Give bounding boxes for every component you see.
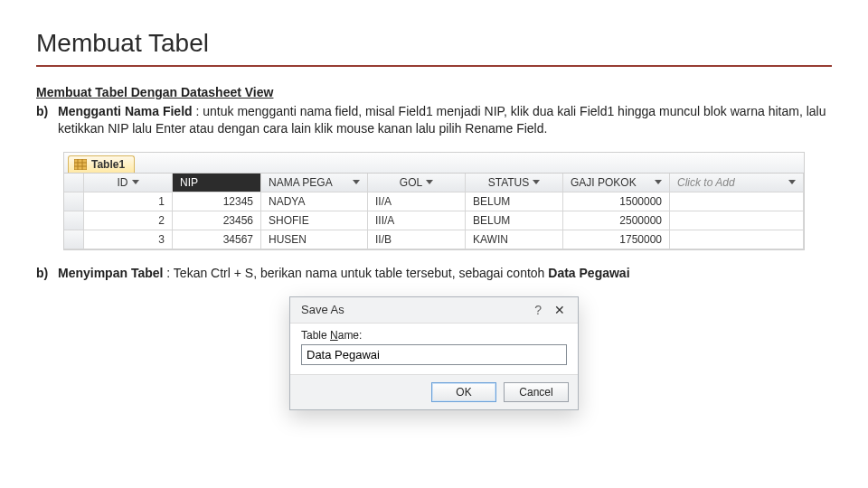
col-header-status[interactable]: STATUS: [466, 174, 563, 192]
cell-status[interactable]: KAWIN: [466, 230, 563, 249]
cell-gol[interactable]: II/B: [368, 230, 466, 249]
dialog-title-text: Save As: [301, 303, 344, 316]
col-header-add[interactable]: Click to Add: [670, 174, 804, 192]
cell-id[interactable]: 2: [84, 211, 173, 230]
cell-gaji[interactable]: 1750000: [563, 230, 670, 249]
bullet-letter: b): [36, 103, 58, 137]
col-header-id[interactable]: ID: [84, 174, 173, 192]
cell-status[interactable]: BELUM: [466, 211, 563, 230]
bullet-item-2: b) Menyimpan Tabel : Tekan Ctrl + S, ber…: [36, 265, 832, 282]
page-title: Membuat Tabel: [36, 29, 832, 58]
cell-nama[interactable]: SHOFIE: [261, 211, 368, 230]
row-selector[interactable]: [64, 192, 84, 211]
bullet-mid: : Tekan Ctrl + S, berikan nama untuk tab…: [163, 266, 548, 280]
col-header-nama[interactable]: NAMA PEGA: [261, 174, 368, 192]
col-header-nip[interactable]: NIP: [173, 174, 261, 192]
cell-id[interactable]: 1: [84, 192, 173, 211]
bullet-lead: Menyimpan Tabel: [58, 266, 163, 280]
title-divider: [36, 65, 832, 67]
dropdown-icon: [655, 180, 662, 184]
cell-nama[interactable]: HUSEN: [261, 230, 368, 249]
dropdown-icon: [132, 180, 139, 184]
cell-id[interactable]: 3: [84, 230, 173, 249]
cell-nip[interactable]: 23456: [173, 211, 261, 230]
cell-gol[interactable]: II/A: [368, 192, 466, 211]
table-name-input[interactable]: [301, 344, 567, 365]
cell-nip[interactable]: 12345: [173, 192, 261, 211]
dropdown-icon: [788, 180, 796, 184]
close-icon[interactable]: ✕: [549, 303, 571, 317]
dropdown-icon: [533, 180, 540, 184]
row-selector[interactable]: [64, 230, 84, 249]
row-selector-header[interactable]: [64, 174, 84, 192]
save-as-dialog: Save As ? ✕ Table Name: OK Cancel: [289, 296, 579, 410]
bullet-letter: b): [36, 265, 58, 282]
cell-gaji[interactable]: 1500000: [563, 192, 670, 211]
help-icon[interactable]: ?: [527, 303, 549, 317]
datasheet-tab-label: Table1: [91, 158, 125, 171]
table-name-label: Table Name:: [301, 329, 567, 342]
dropdown-icon: [426, 180, 433, 184]
bullet-tail: Data Pegawai: [548, 266, 629, 280]
svg-rect-0: [74, 159, 87, 170]
datasheet-tabbar: Table1: [64, 153, 804, 174]
cell-gol[interactable]: III/A: [368, 211, 466, 230]
col-header-gaji[interactable]: GAJI POKOK: [563, 174, 670, 192]
cell-empty[interactable]: [670, 192, 804, 211]
cell-empty[interactable]: [670, 230, 804, 249]
cell-empty[interactable]: [670, 211, 804, 230]
datasheet-tab[interactable]: Table1: [68, 155, 135, 173]
row-selector[interactable]: [64, 211, 84, 230]
dropdown-icon: [353, 180, 360, 184]
cell-nip[interactable]: 34567: [173, 230, 261, 249]
table-icon: [74, 159, 87, 170]
bullet-item-1: b) Mengganti Nama Field : untuk menggant…: [36, 103, 832, 137]
bullet-lead: Mengganti Nama Field: [58, 104, 193, 118]
cell-nama[interactable]: NADYA: [261, 192, 368, 211]
datasheet-view: Table1 ID NIP NAMA PEGA GOL STATUS GAJI …: [63, 152, 805, 250]
dialog-titlebar: Save As ? ✕: [290, 297, 578, 323]
section-heading: Membuat Tabel Dengan Datasheet View: [36, 85, 832, 99]
ok-button[interactable]: OK: [431, 382, 496, 402]
cell-gaji[interactable]: 2500000: [563, 211, 670, 230]
col-header-gol[interactable]: GOL: [368, 174, 466, 192]
cell-status[interactable]: BELUM: [466, 192, 563, 211]
cancel-button[interactable]: Cancel: [504, 382, 569, 402]
